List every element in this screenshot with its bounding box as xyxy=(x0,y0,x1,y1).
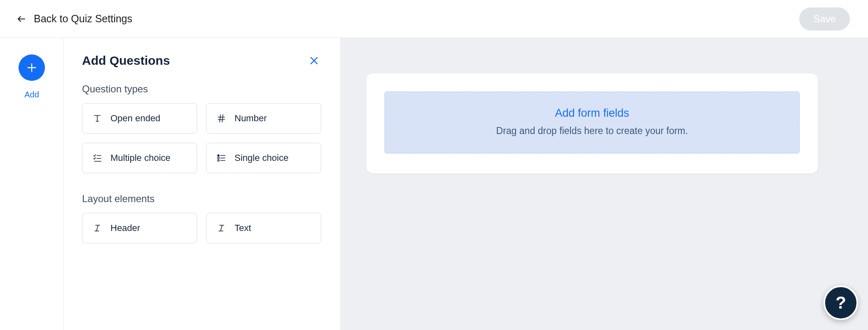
form-card: Add form fields Drag and drop fields her… xyxy=(366,73,818,173)
body-area: Add Add Questions Question types xyxy=(0,38,868,330)
italic-type-icon xyxy=(216,222,227,234)
add-label: Add xyxy=(24,90,39,99)
arrow-left-icon xyxy=(16,14,26,24)
svg-line-10 xyxy=(220,115,221,122)
tile-text[interactable]: Text xyxy=(206,213,321,243)
plus-icon xyxy=(26,62,38,73)
tile-multiple-choice[interactable]: Multiple choice xyxy=(82,143,197,173)
svg-point-19 xyxy=(218,160,219,161)
dropzone-subtitle: Drag and drop fields here to create your… xyxy=(393,125,791,137)
save-button[interactable]: Save xyxy=(799,7,850,31)
form-dropzone[interactable]: Add form fields Drag and drop fields her… xyxy=(385,92,800,153)
radio-list-icon xyxy=(216,152,227,164)
tile-number[interactable]: Number xyxy=(206,103,321,134)
topbar: Back to Quiz Settings Save xyxy=(0,0,868,38)
panel-title: Add Questions xyxy=(82,54,170,68)
svg-line-25 xyxy=(221,225,222,231)
svg-line-22 xyxy=(96,225,98,231)
left-rail: Add xyxy=(0,38,64,330)
svg-point-15 xyxy=(218,155,219,156)
tile-header[interactable]: Header xyxy=(82,213,197,243)
add-question-button[interactable] xyxy=(19,54,45,81)
question-types-grid: Open ended Number xyxy=(82,103,321,173)
back-link[interactable]: Back to Quiz Settings xyxy=(16,13,132,25)
tile-label: Open ended xyxy=(110,113,160,124)
tile-single-choice[interactable]: Single choice xyxy=(206,143,321,173)
section-layout-elements: Layout elements xyxy=(82,193,321,205)
svg-point-17 xyxy=(218,157,219,159)
checklist-icon xyxy=(91,152,103,164)
hash-icon xyxy=(216,113,227,124)
panel-header: Add Questions xyxy=(82,54,321,68)
help-button[interactable]: ? xyxy=(823,285,858,320)
back-label: Back to Quiz Settings xyxy=(34,13,132,25)
form-canvas: Add form fields Drag and drop fields her… xyxy=(340,38,868,330)
tile-label: Single choice xyxy=(235,153,289,163)
close-panel-button[interactable] xyxy=(307,54,321,68)
question-mark-icon: ? xyxy=(835,293,846,313)
layout-elements-grid: Header Text xyxy=(82,213,321,243)
tile-label: Header xyxy=(110,223,140,233)
tile-open-ended[interactable]: Open ended xyxy=(82,103,197,134)
dropzone-title: Add form fields xyxy=(393,107,791,120)
tile-label: Multiple choice xyxy=(110,153,171,163)
close-icon xyxy=(309,55,319,66)
tile-label: Number xyxy=(235,113,267,124)
text-type-icon xyxy=(91,113,103,124)
tile-label: Text xyxy=(235,223,251,233)
svg-line-11 xyxy=(222,115,223,122)
section-question-types: Question types xyxy=(82,83,321,95)
italic-type-icon xyxy=(91,222,103,234)
add-questions-panel: Add Questions Question types xyxy=(64,38,340,330)
